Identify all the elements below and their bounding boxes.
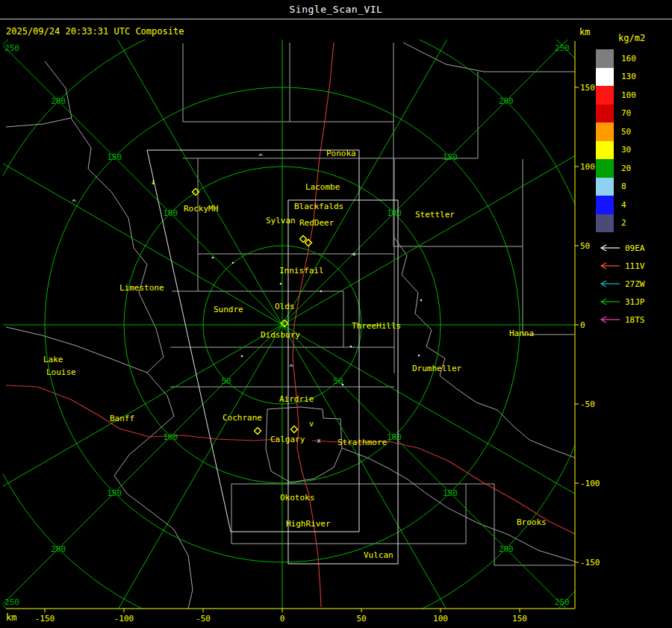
range-grid	[0, 0, 672, 628]
city-label: Strathmore	[337, 438, 387, 447]
poi-dot	[420, 299, 423, 302]
colorbar-swatch	[596, 196, 614, 214]
colorbar-row: 130	[596, 68, 671, 87]
colorbar-swatch	[596, 86, 614, 105]
symbol-marker: x	[317, 437, 321, 444]
city-label: Airdrie	[279, 394, 314, 404]
ring-distance-label: 250	[4, 43, 19, 53]
ring-distance-label: 100	[387, 432, 402, 442]
county-boundary-line	[71, 118, 193, 609]
left-arrow-icon	[596, 243, 621, 252]
colorbar-value: 2	[621, 218, 626, 228]
right-tick-label: -50	[580, 400, 595, 409]
poi-dot	[241, 355, 243, 358]
radar-site-legend: 09EA111V27ZW31JP18TS	[596, 239, 671, 329]
colorbar-row: 160	[596, 49, 671, 68]
radar-site-row: 09EA	[596, 239, 671, 257]
city-label: Didsbury	[261, 330, 300, 340]
colorbar-value: 30	[621, 145, 631, 155]
city-label: Limestone	[119, 283, 164, 293]
city-label: Brooks	[517, 517, 547, 527]
city-label: Vulcan	[364, 550, 393, 560]
county-boundary-line	[45, 61, 72, 118]
azimuth-spoke	[0, 29, 282, 325]
ring-distance-label: 100	[387, 208, 402, 218]
radar-site-id: 18TS	[625, 315, 645, 325]
right-tick-label: 100	[580, 162, 595, 172]
right-tick-label: 0	[580, 320, 585, 330]
symbol-marker: ^	[289, 364, 293, 372]
poi-dot	[350, 346, 352, 348]
symbol-marker: ^	[258, 153, 263, 161]
county-boundary-line	[393, 159, 523, 246]
county-boundary-line	[266, 407, 342, 482]
city-label: Blackfalds	[294, 202, 343, 211]
county-boundary-line	[523, 246, 575, 335]
ring-distance-label: 250	[4, 597, 19, 607]
poi-dot	[212, 257, 214, 259]
bottom-tick-label: -50	[196, 614, 211, 624]
bottom-tick-label: -150	[35, 614, 55, 624]
city-label: Ponoka	[326, 149, 356, 158]
left-arrow-icon	[596, 315, 621, 324]
colorbar-row: 100	[596, 86, 671, 105]
poi-dot	[418, 355, 420, 357]
radar-app-window: Single_Scan_VIL 2025/09/24 20:33:31 UTC …	[0, 0, 672, 628]
ring-distance-label: 200	[51, 96, 66, 106]
ring-distance-label: 250	[555, 597, 570, 607]
ring-distance-label: 100	[163, 208, 178, 218]
colorbar-row: 8	[596, 178, 671, 196]
sidebar: kg/m2 16013010070503020842 09EA111V27ZW3…	[596, 33, 671, 329]
right-tick-label: 150	[580, 83, 595, 93]
colorbar-swatch	[596, 159, 614, 178]
city-label: RedDeer	[299, 218, 335, 228]
left-arrow-icon	[596, 279, 621, 288]
city-label: Drumheller	[412, 364, 462, 373]
left-arrow-icon	[596, 297, 621, 306]
ring-distance-label: 100	[163, 432, 178, 442]
colorbar-value: 160	[621, 54, 636, 63]
colorbar-swatch	[596, 68, 614, 87]
ring-distance-label: 150	[443, 488, 458, 498]
bottom-tick-label: -100	[114, 614, 134, 624]
poi-dot	[232, 262, 234, 264]
left-arrow-icon	[596, 261, 621, 270]
colorbar-swatch	[596, 178, 614, 196]
colorbar-swatch	[596, 105, 614, 123]
radar-site-marker	[255, 428, 261, 435]
city-label: HighRiver	[286, 519, 331, 529]
colorbar-value: 130	[621, 72, 636, 81]
city-label: Lacombe	[305, 182, 340, 192]
county-boundary-line	[342, 448, 575, 562]
colorbar-row: 20	[596, 159, 671, 178]
radar-map-display[interactable]: 1001502002501001502002505010015020025050…	[0, 0, 672, 628]
right-tick-label: -150	[580, 558, 600, 568]
ring-distance-label: 150	[107, 488, 122, 498]
radar-site-marker	[291, 426, 298, 433]
bottom-tick-label: 0	[280, 614, 285, 624]
radar-site-row: 27ZW	[596, 275, 671, 293]
colorbar-value: 70	[621, 108, 631, 118]
azimuth-spoke	[282, 116, 644, 325]
city-label: Innisfail	[279, 266, 324, 276]
city-label: Olds	[275, 302, 295, 311]
ring-distance-label: 200	[499, 544, 514, 554]
ring-distance-label: 200	[499, 96, 514, 106]
bottom-tick-label: 100	[433, 614, 448, 624]
colorbar-value: 8	[621, 181, 626, 191]
colorbar-value: 20	[621, 164, 631, 173]
colorbar-swatch	[596, 49, 614, 68]
city-label: Stettler	[415, 210, 455, 220]
radar-site-id: 09EA	[625, 243, 645, 253]
colorbar-swatch	[596, 214, 614, 233]
azimuth-spoke	[0, 325, 282, 621]
colorbar-value: 50	[621, 127, 631, 137]
county-boundary-line	[403, 43, 575, 72]
range-ring	[0, 0, 672, 628]
azimuth-spoke	[0, 116, 282, 325]
ring-distance-label: 50	[333, 376, 343, 386]
radar-site-row: 31JP	[596, 293, 671, 311]
colorbar-row: 2	[596, 214, 671, 233]
colorbar-value: 100	[621, 90, 636, 100]
azimuth-spoke	[282, 29, 578, 325]
